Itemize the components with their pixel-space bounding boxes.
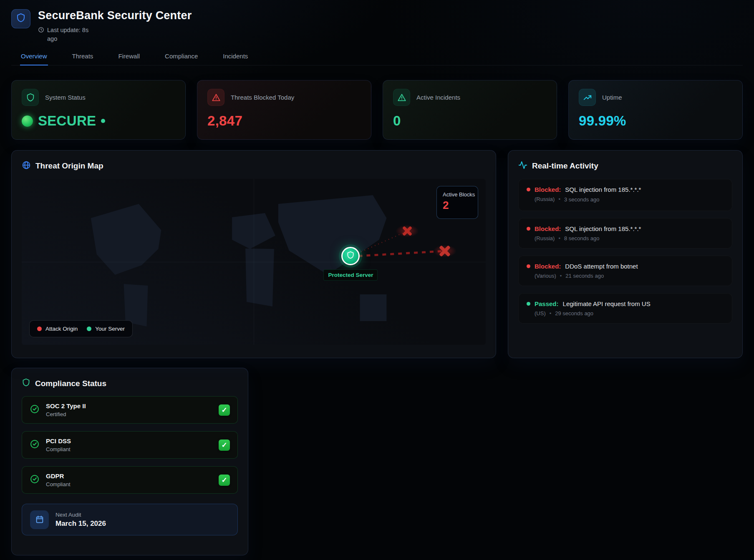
stat-label: Active Incidents <box>416 94 460 101</box>
shield-icon <box>346 251 355 261</box>
activity-pulse-icon <box>518 161 527 171</box>
legend-your-server: Your Server <box>87 326 125 332</box>
compliance-item-pcidss: PCI DSS Compliant <box>22 431 238 459</box>
map-panel-title: Threat Origin Map <box>35 161 103 171</box>
stat-value-uptime: 99.99% <box>579 113 732 129</box>
dot-separator <box>558 196 560 202</box>
activity-status: Blocked: <box>535 263 561 270</box>
tab-overview[interactable]: Overview <box>20 49 48 65</box>
activity-item: Passed: Legitimate API request from US (… <box>518 293 732 324</box>
blocked-dot-icon <box>527 188 530 191</box>
tab-firewall[interactable]: Firewall <box>117 49 141 65</box>
compliance-name: PCI DSS <box>46 437 212 444</box>
activity-origin: (Russia) <box>535 196 555 202</box>
compliance-status-panel: Compliance Status SOC 2 Type II Certifie… <box>11 368 248 555</box>
realtime-activity-panel: Real-time Activity Blocked: SQL injectio… <box>508 150 743 358</box>
world-map: Protected Server Active Blocks 2 Attack … <box>22 179 486 345</box>
activity-status: Passed: <box>535 300 559 307</box>
dot-separator <box>558 235 560 241</box>
activity-time: 3 seconds ago <box>564 196 600 204</box>
alert-triangle-icon <box>207 89 224 106</box>
map-legend: Attack Origin Your Server <box>29 320 133 337</box>
legend-attack-origin: Attack Origin <box>37 326 78 332</box>
activity-item: Blocked: SQL injection from 185.*.*.* (R… <box>518 218 732 249</box>
compliance-list: SOC 2 Type II Certified PCI DSS Complian… <box>22 396 238 494</box>
tab-threats[interactable]: Threats <box>71 49 94 65</box>
stat-label: System Status <box>45 94 86 101</box>
compliance-status: Compliant <box>46 446 212 452</box>
check-circle-icon <box>30 404 40 416</box>
dot-separator <box>550 310 552 316</box>
green-dot-icon <box>87 326 91 331</box>
check-circle-icon <box>30 439 40 451</box>
protected-server-marker <box>341 247 360 265</box>
activity-status: Blocked: <box>535 225 561 232</box>
page-title: SecureBank Security Center <box>38 9 192 22</box>
shield-icon <box>22 89 39 106</box>
activity-item: Blocked: SQL injection from 185.*.*.* (R… <box>518 179 732 211</box>
activity-item: Blocked: DDoS attempt from botnet (Vario… <box>518 256 732 286</box>
stat-card-threats-blocked: Threats Blocked Today 2,847 <box>197 80 371 140</box>
tab-incidents[interactable]: Incidents <box>222 49 249 65</box>
check-circle-icon <box>30 474 40 486</box>
red-dot-icon <box>37 326 42 331</box>
passed-dot-icon <box>527 302 530 306</box>
nav-tabs: Overview Threats Firewall Compliance Inc… <box>11 49 743 65</box>
active-blocks-value: 2 <box>443 199 472 212</box>
status-dot <box>101 119 105 123</box>
activity-message: SQL injection from 185.*.*.* <box>565 186 641 193</box>
globe-icon <box>22 161 31 171</box>
shield-icon <box>16 13 26 25</box>
activity-time: 8 seconds ago <box>564 235 600 241</box>
calendar-icon <box>30 510 49 529</box>
blocked-dot-icon <box>527 227 530 231</box>
activity-status: Blocked: <box>535 186 561 193</box>
activity-origin: (US) <box>535 310 546 316</box>
shield-icon <box>22 378 30 389</box>
stat-label: Uptime <box>602 94 622 101</box>
activity-time: 29 seconds ago <box>555 310 593 316</box>
stat-value-active-incidents: 0 <box>393 113 547 129</box>
clock-icon <box>38 26 44 34</box>
stat-cards-row: System Status SECURE Threats Blocked Tod… <box>11 80 743 140</box>
activity-origin: (Various) <box>535 273 556 279</box>
protected-server-label: Protected Server <box>323 269 378 281</box>
next-audit-card: Next Audit March 15, 2026 <box>22 504 238 535</box>
stat-label: Threats Blocked Today <box>231 94 294 101</box>
legend-label: Your Server <box>95 326 125 332</box>
checked-badge-icon <box>219 475 230 486</box>
compliance-status: Compliant <box>46 481 212 487</box>
stat-value-system-status: SECURE <box>38 113 96 129</box>
stat-value-threats-blocked: 2,847 <box>207 113 361 129</box>
checked-badge-icon <box>219 439 230 451</box>
status-orb <box>22 116 33 127</box>
activity-origin: (Russia) <box>535 235 555 241</box>
app-logo <box>11 9 30 28</box>
compliance-item-soc2: SOC 2 Type II Certified <box>22 396 238 424</box>
legend-label: Attack Origin <box>45 326 78 332</box>
dot-separator <box>560 273 562 279</box>
last-update-text: Last update: 8s ago <box>47 26 94 43</box>
activity-message: SQL injection from 185.*.*.* <box>565 225 641 232</box>
threat-origin-map-panel: Threat Origin Map <box>11 150 496 358</box>
activity-message: Legitimate API request from US <box>563 300 651 307</box>
stat-card-uptime: Uptime 99.99% <box>568 80 743 140</box>
active-blocks-box: Active Blocks 2 <box>436 186 478 219</box>
stat-card-system-status: System Status SECURE <box>11 80 186 140</box>
activity-panel-title: Real-time Activity <box>532 161 598 171</box>
last-update: Last update: 8s ago <box>38 26 192 43</box>
checked-badge-icon <box>219 404 230 416</box>
next-audit-label: Next Audit <box>55 512 106 518</box>
next-audit-date: March 15, 2026 <box>55 520 106 528</box>
compliance-item-gdpr: GDPR Compliant <box>22 466 238 494</box>
active-blocks-label: Active Blocks <box>443 191 472 198</box>
activity-message: DDoS attempt from botnet <box>565 263 638 270</box>
app-header: SecureBank Security Center Last update: … <box>11 9 743 43</box>
alert-triangle-icon <box>393 89 410 106</box>
compliance-panel-title: Compliance Status <box>35 379 106 388</box>
trending-up-icon <box>579 89 596 106</box>
tab-compliance[interactable]: Compliance <box>164 49 199 65</box>
activity-list: Blocked: SQL injection from 185.*.*.* (R… <box>518 179 732 324</box>
security-dashboard: SecureBank Security Center Last update: … <box>0 0 754 555</box>
compliance-name: SOC 2 Type II <box>46 402 212 409</box>
